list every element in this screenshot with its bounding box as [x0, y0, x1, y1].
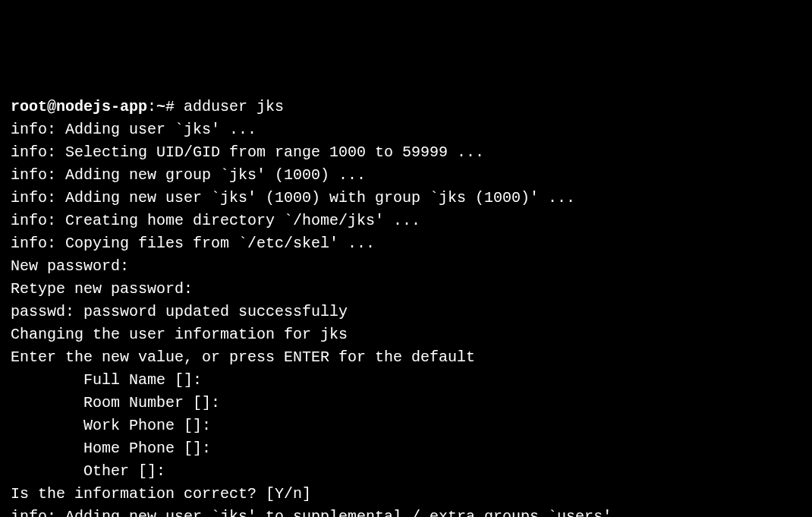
output-line: Room Number []:: [11, 392, 801, 415]
command-1: adduser jks: [184, 98, 284, 115]
output-line: passwd: password updated successfully: [11, 301, 801, 323]
output-line: info: Creating home directory `/home/jks…: [11, 210, 801, 232]
output-line: Enter the new value, or press ENTER for …: [11, 346, 801, 369]
output-line: info: Adding new group `jks' (1000) ...: [11, 164, 801, 187]
output-line: Other []:: [11, 460, 801, 483]
output-line: info: Adding user `jks' ...: [11, 118, 801, 141]
output-line: Changing the user information for jks: [11, 323, 801, 346]
output-line: Full Name []:: [11, 369, 801, 392]
output-line: Retype new password:: [11, 278, 801, 301]
prompt-user-host: root@nodejs-app: [11, 98, 147, 115]
prompt-line-1: root@nodejs-app:~# adduser jks: [11, 96, 801, 118]
prompt-end: #: [165, 98, 184, 115]
prompt-path: ~: [156, 98, 165, 115]
output-line: info: Selecting UID/GID from range 1000 …: [11, 141, 801, 164]
output-line: Home Phone []:: [11, 437, 801, 460]
output-line: Work Phone []:: [11, 415, 801, 437]
terminal[interactable]: root@nodejs-app:~# adduser jksinfo: Addi…: [11, 96, 801, 517]
output-line: Is the information correct? [Y/n]: [11, 483, 801, 506]
output-line: info: Copying files from `/etc/skel' ...: [11, 232, 801, 255]
prompt-sep: :: [147, 98, 156, 115]
output-line: info: Adding new user `jks' to supplemen…: [11, 506, 801, 517]
output-line: info: Adding new user `jks' (1000) with …: [11, 187, 801, 210]
output-line: New password:: [11, 255, 801, 278]
